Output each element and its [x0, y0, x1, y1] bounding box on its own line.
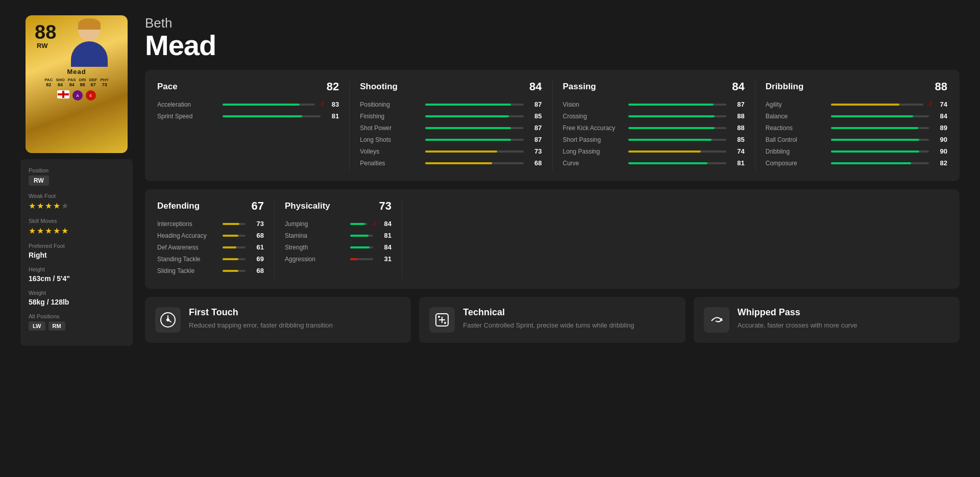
- weight-label: Weight: [29, 290, 125, 296]
- stat-bar-short-passing: [628, 139, 712, 141]
- stat-bar-agility: [831, 104, 899, 106]
- stat-bar-dribbling: [831, 150, 919, 153]
- alt-positions-badges: LW RM: [29, 321, 125, 331]
- weak-foot-stars: ★★★★★: [29, 201, 125, 211]
- stat-val-positioning: 87: [528, 101, 542, 108]
- stat-mod-agility: -2: [927, 102, 932, 107]
- stat-val-acceleration: 83: [325, 101, 339, 108]
- stat-row-volleys: Volleys 73: [360, 147, 542, 155]
- stat-val-def-awareness: 61: [250, 243, 264, 251]
- stat-val-finishing: 85: [528, 112, 542, 120]
- stat-name-free-kick: Free Kick Accuracy: [563, 124, 624, 132]
- trait-first-touch: First Touch Reduced trapping error, fast…: [145, 297, 411, 343]
- svg-point-4: [166, 318, 169, 321]
- stat-val-jumping: 84: [377, 220, 391, 228]
- card-stat-pac: PAC 82: [44, 78, 53, 87]
- stat-bar-bg-curve: [628, 162, 726, 164]
- stat-val-volleys: 73: [528, 147, 542, 155]
- alt-badge-lw: LW: [29, 321, 45, 331]
- stat-bar-acceleration: [223, 104, 300, 106]
- stat-bar-bg-ball-control: [831, 139, 929, 141]
- stat-bar-jumping: [350, 223, 365, 225]
- trait-name-whipped-pass: Whipped Pass: [738, 307, 857, 318]
- skill-moves-section: Skill Moves ★★★★★: [29, 218, 125, 236]
- stat-bar-composure: [831, 162, 912, 164]
- card-flags: A E: [57, 90, 96, 101]
- weak-foot-label: Weak Foot: [29, 193, 125, 199]
- defending-title: Defending: [157, 201, 200, 211]
- stat-name-curve: Curve: [563, 160, 624, 167]
- stat-row-reactions: Reactions 89: [766, 124, 947, 132]
- stat-name-dribbling: Dribbling: [766, 148, 827, 155]
- alt-positions-label: Alt Positions: [29, 313, 125, 319]
- stat-name-agility: Agility: [766, 101, 827, 108]
- stat-bar-vision: [628, 104, 714, 106]
- stat-bar-bg-short-passing: [628, 139, 726, 141]
- stat-bar-bg-jumping: [350, 223, 368, 225]
- preferred-foot-label: Preferred Foot: [29, 243, 125, 249]
- stat-val-shot-power: 87: [528, 124, 542, 132]
- stat-bar-long-shots: [425, 139, 510, 141]
- stat-bar-positioning: [425, 104, 510, 106]
- main-container: 88 RW Mead: [20, 10, 960, 346]
- passing-overall: 84: [732, 80, 744, 93]
- stats-card-2: Defending 67 Interceptions 73 Heading Ac…: [145, 189, 960, 289]
- defending-overall: 67: [252, 199, 264, 213]
- stat-row-stamina: Stamina 81: [285, 232, 391, 239]
- stat-bar-finishing: [425, 115, 508, 117]
- stat-row-penalties: Penalties 68: [360, 159, 542, 167]
- stat-name-long-shots: Long Shots: [360, 136, 421, 143]
- stat-val-stamina: 81: [377, 232, 391, 239]
- shooting-header: Shooting 84: [360, 80, 542, 93]
- pace-header: Pace 82: [157, 80, 339, 93]
- card-stat-phy: PHY 73: [100, 78, 108, 87]
- height-label: Height: [29, 266, 125, 272]
- defending-header: Defending 67: [157, 199, 264, 213]
- stat-name-penalties: Penalties: [360, 160, 421, 167]
- stat-row-curve: Curve 81: [563, 159, 745, 167]
- defending-section: Defending 67 Interceptions 73 Heading Ac…: [157, 199, 275, 279]
- info-panel: Position RW Weak Foot ★★★★★ Skill Moves …: [20, 159, 133, 346]
- stat-bar-def-awareness: [223, 246, 236, 248]
- stat-row-heading-accuracy: Heading Accuracy 68: [157, 232, 264, 239]
- stat-bar-interceptions: [223, 223, 239, 225]
- player-card: 88 RW Mead: [26, 15, 128, 153]
- stat-bar-bg-stamina: [350, 235, 373, 237]
- svg-point-8: [438, 316, 440, 318]
- stat-bar-stamina: [350, 235, 369, 237]
- stat-name-short-passing: Short Passing: [563, 136, 624, 143]
- stat-bar-bg-crossing: [628, 115, 726, 117]
- trait-desc-first-touch: Reduced trapping error, faster dribbling…: [189, 321, 333, 330]
- svg-rect-2: [58, 93, 69, 95]
- skill-moves-stars: ★★★★★: [29, 226, 125, 236]
- stat-bar-ball-control: [831, 139, 919, 141]
- stat-row-long-shots: Long Shots 87: [360, 136, 542, 143]
- stat-name-sprint-speed: Sprint Speed: [157, 113, 218, 120]
- stat-row-jumping: Jumping -1 84: [285, 220, 391, 228]
- stat-bar-sliding-tackle: [223, 270, 238, 272]
- shooting-title: Shooting: [360, 82, 398, 92]
- dribbling-overall: 88: [935, 80, 947, 93]
- height-value: 163cm / 5'4": [29, 274, 125, 283]
- stat-val-composure: 82: [933, 159, 947, 167]
- stat-val-curve: 81: [730, 159, 745, 167]
- stat-name-jumping: Jumping: [285, 220, 346, 228]
- stat-name-composure: Composure: [766, 160, 827, 167]
- stat-bar-long-passing: [628, 150, 701, 153]
- stat-bar-bg-acceleration: [223, 104, 315, 106]
- height-section: Height 163cm / 5'4": [29, 266, 125, 283]
- pace-overall: 82: [327, 80, 339, 93]
- stat-bar-free-kick: [628, 127, 715, 129]
- stat-bar-bg-reactions: [831, 127, 929, 129]
- player-header: Beth Mead: [145, 15, 960, 60]
- stat-bar-bg-agility: [831, 104, 923, 106]
- pace-section: Pace 82 Acceleration -3 83 Sprint Speed: [157, 80, 350, 171]
- stat-val-vision: 87: [730, 101, 745, 108]
- stat-bar-bg-dribbling: [831, 150, 929, 153]
- player-first-name: Beth: [145, 15, 960, 31]
- stat-name-strength: Strength: [285, 244, 346, 251]
- stat-name-vision: Vision: [563, 101, 624, 108]
- stat-name-standing-tackle: Standing Tackle: [157, 256, 218, 263]
- stat-bar-bg-long-passing: [628, 150, 726, 153]
- pace-title: Pace: [157, 82, 178, 92]
